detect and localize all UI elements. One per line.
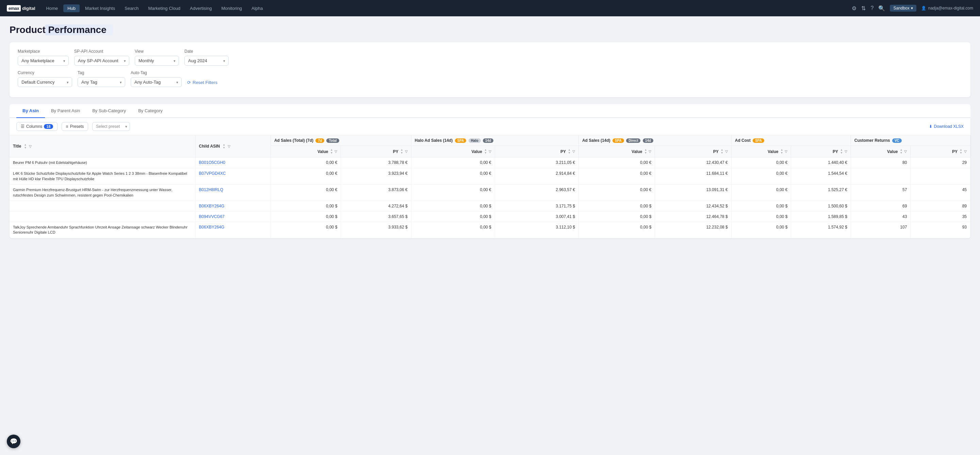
cell-halo-value: 0,00 €: [411, 168, 495, 185]
cr-val-sort[interactable]: ▲▼: [900, 149, 902, 154]
adsales14d-val-filter[interactable]: ▽: [649, 150, 651, 153]
columns-button[interactable]: ☰ Columns 18: [16, 122, 57, 131]
tag-select[interactable]: Any Tag: [78, 77, 125, 87]
cell-asin[interactable]: B012H8IRLQ: [195, 185, 270, 201]
cell-ad-cost-value: 0,00 €: [731, 157, 791, 168]
asin-link[interactable]: B07VPGD4XC: [199, 171, 226, 176]
halo-py-sort[interactable]: ▲▼: [568, 149, 571, 154]
currency-label: Currency: [18, 70, 72, 75]
title-filter-icon[interactable]: ▽: [29, 144, 32, 148]
reset-filters-button[interactable]: ⟳ Reset Filters: [187, 78, 218, 87]
asin-filter-icon[interactable]: ▽: [228, 144, 231, 148]
cell-asin[interactable]: B001O5CGH0: [195, 157, 270, 168]
col-cr-value: Value ▲▼ ▽: [851, 146, 911, 157]
adsales14d-py-filter[interactable]: ▽: [725, 150, 728, 153]
view-select[interactable]: Monthly: [135, 56, 179, 66]
nav-search[interactable]: Search: [121, 5, 143, 12]
asin-link[interactable]: B094VVCG67: [199, 214, 224, 219]
tab-by-category[interactable]: By Category: [132, 104, 169, 118]
halo-py-filter[interactable]: ▽: [572, 150, 575, 153]
cell-cr-value: [851, 168, 911, 185]
download-button[interactable]: ⬇ Download XLSX: [929, 124, 964, 129]
asin-link[interactable]: B06XBY264G: [199, 225, 224, 230]
nav-hub[interactable]: Hub: [63, 5, 80, 12]
tab-by-sub-category[interactable]: By Sub-Category: [86, 104, 132, 118]
sandbox-selector[interactable]: Sandbox ▾: [890, 5, 916, 11]
cell-asin[interactable]: B07VPGD4XC: [195, 168, 270, 185]
asin-sort[interactable]: ▲ ▼: [223, 144, 225, 149]
preset-select-wrapper: Select preset: [92, 122, 130, 131]
spapi-select[interactable]: Any SP-API Account: [74, 56, 129, 66]
user-menu[interactable]: 👤 nadja@emax-digital.com: [921, 6, 973, 11]
adsales14d-val-sort[interactable]: ▲▼: [644, 149, 647, 154]
cell-asin[interactable]: B06XBY264G: [195, 201, 270, 211]
nav-marketing-cloud[interactable]: Marketing Cloud: [144, 5, 185, 12]
tab-by-asin[interactable]: By Asin: [16, 104, 45, 118]
adcost-py-sort[interactable]: ▲▼: [840, 149, 843, 154]
cr-py-sort[interactable]: ▲▼: [959, 149, 962, 154]
nav-market-insights[interactable]: Market Insights: [81, 5, 119, 12]
cell-ad-sales-14d-py: 13.091,31 €: [655, 185, 731, 201]
tag-spa-halo: SPA: [455, 138, 466, 143]
cell-ad-cost-py: 1.525,27 €: [791, 185, 851, 201]
presets-button[interactable]: ≡ Presets: [62, 122, 89, 131]
cr-val-filter[interactable]: ▽: [904, 150, 907, 153]
col-halo-py: PY ▲▼ ▽: [495, 146, 579, 157]
cell-ad-sales-total-value: 0,00 €: [270, 168, 340, 185]
autotag-select[interactable]: Any Auto-Tag: [130, 77, 182, 87]
cell-ad-sales-total-py: 3.657,65 $: [341, 211, 411, 222]
main-content: Product Performance Marketplace Any Mark…: [0, 16, 980, 247]
preset-select[interactable]: Select preset: [92, 122, 130, 131]
date-label: Date: [185, 49, 229, 54]
tabs-bar: By Asin By Parent Asin By Sub-Category B…: [10, 104, 970, 118]
cell-ad-cost-py: 1.574,92 $: [791, 222, 851, 238]
cell-asin[interactable]: B094VVCG67: [195, 211, 270, 222]
adsalestotal-val-sort[interactable]: ▲▼: [330, 149, 333, 154]
cell-cr-py: 89: [911, 201, 970, 211]
cell-ad-sales-14d-value: 0,00 €: [579, 157, 655, 168]
adcost-val-sort[interactable]: ▲▼: [780, 149, 783, 154]
columns-badge: 18: [44, 124, 53, 129]
cell-cr-value: 43: [851, 211, 911, 222]
asin-link[interactable]: B012H8IRLQ: [199, 187, 223, 192]
adcost-val-filter[interactable]: ▽: [785, 150, 788, 153]
cr-py-filter[interactable]: ▽: [964, 150, 967, 153]
navbar: emax digital Home Hub Market Insights Se…: [0, 0, 980, 16]
col-ad-sales-total-py: PY ▲▼ ▽: [341, 146, 411, 157]
cell-halo-py: 2.914,84 €: [495, 168, 579, 185]
tab-by-parent-asin[interactable]: By Parent Asin: [45, 104, 86, 118]
settings-icon[interactable]: ⚙: [852, 5, 856, 11]
halo-val-filter[interactable]: ▽: [488, 150, 492, 153]
asin-link[interactable]: B06XBY264G: [199, 204, 224, 208]
adcost-py-filter[interactable]: ▽: [845, 150, 847, 153]
nav-monitoring[interactable]: Monitoring: [217, 5, 246, 12]
cell-title: [10, 211, 195, 222]
col-header-child-asin: Child ASIN ▲ ▼ ▽: [195, 135, 270, 157]
nav-home[interactable]: Home: [42, 5, 62, 12]
halo-val-sort[interactable]: ▲▼: [484, 149, 487, 154]
download-icon: ⬇: [929, 124, 932, 129]
title-sort[interactable]: ▲ ▼: [24, 144, 27, 149]
help-icon[interactable]: ?: [870, 5, 873, 11]
asin-link[interactable]: B001O5CGH0: [199, 160, 225, 165]
nav-advertising[interactable]: Advertising: [186, 5, 216, 12]
col-group-ad-sales-total: Ad Sales (Total) (7d) 7d Total: [270, 135, 411, 146]
tag-label: Tag: [78, 70, 125, 75]
nav-alpha[interactable]: Alpha: [247, 5, 267, 12]
search-icon[interactable]: 🔍: [878, 5, 885, 11]
cell-ad-cost-py: 1.589,85 $: [791, 211, 851, 222]
cell-asin[interactable]: B06XBY264G: [195, 222, 270, 238]
marketplace-select[interactable]: Any Marketplace: [18, 56, 69, 66]
currency-select[interactable]: Default Currency: [18, 77, 72, 87]
cell-ad-sales-14d-value: 0,00 $: [579, 211, 655, 222]
sort-icon[interactable]: ⇅: [861, 5, 865, 11]
table-row: TalkJoy Sprechende Armbanduhr Sprachfunk…: [10, 222, 970, 238]
adsalestotal-val-filter[interactable]: ▽: [334, 150, 337, 153]
logo[interactable]: emax digital: [7, 5, 35, 11]
adsalestotal-py-filter[interactable]: ▽: [405, 150, 408, 153]
col-cr-py: PY ▲▼ ▽: [911, 146, 970, 157]
date-select[interactable]: Aug 2024: [185, 56, 229, 66]
cell-ad-sales-14d-py: 12.430,47 €: [655, 157, 731, 168]
adsales14d-py-sort[interactable]: ▲▼: [721, 149, 724, 154]
adsalestotal-py-sort[interactable]: ▲▼: [401, 149, 403, 154]
